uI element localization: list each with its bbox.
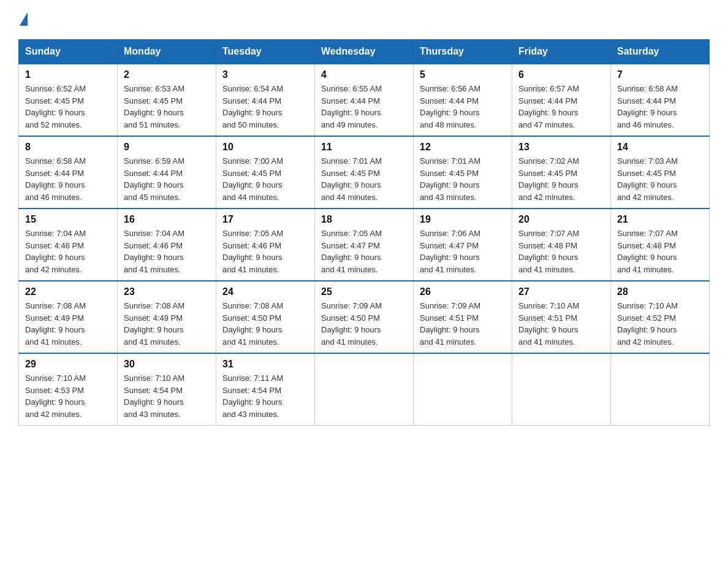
- day-cell-15: 15 Sunrise: 7:04 AM Sunset: 4:46 PM Dayl…: [19, 209, 118, 281]
- day-info: Sunrise: 7:05 AM Sunset: 4:46 PM Dayligh…: [222, 228, 308, 275]
- day-number: 3: [222, 69, 308, 80]
- day-number: 23: [124, 286, 210, 297]
- day-number: 1: [25, 69, 111, 80]
- day-number: 16: [124, 214, 210, 225]
- day-number: 12: [420, 142, 506, 153]
- day-number: 5: [420, 69, 506, 80]
- day-number: 17: [222, 214, 308, 225]
- day-cell-11: 11 Sunrise: 7:01 AM Sunset: 4:45 PM Dayl…: [315, 136, 414, 209]
- day-cell-21: 21 Sunrise: 7:07 AM Sunset: 4:48 PM Dayl…: [611, 209, 710, 281]
- day-number: 28: [617, 286, 703, 297]
- day-info: Sunrise: 7:02 AM Sunset: 4:45 PM Dayligh…: [518, 155, 604, 203]
- day-cell-1: 1 Sunrise: 6:52 AM Sunset: 4:45 PM Dayli…: [19, 64, 118, 136]
- day-cell-26: 26 Sunrise: 7:09 AM Sunset: 4:51 PM Dayl…: [414, 281, 512, 353]
- day-number: 11: [321, 142, 407, 153]
- day-cell-13: 13 Sunrise: 7:02 AM Sunset: 4:45 PM Dayl…: [512, 136, 611, 209]
- day-cell-27: 27 Sunrise: 7:10 AM Sunset: 4:51 PM Dayl…: [512, 281, 611, 353]
- day-info: Sunrise: 7:10 AM Sunset: 4:53 PM Dayligh…: [25, 372, 111, 420]
- day-cell-17: 17 Sunrise: 7:05 AM Sunset: 4:46 PM Dayl…: [216, 209, 315, 281]
- day-cell-3: 3 Sunrise: 6:54 AM Sunset: 4:44 PM Dayli…: [216, 64, 315, 136]
- logo: [18, 12, 28, 27]
- week-row-4: 22 Sunrise: 7:08 AM Sunset: 4:49 PM Dayl…: [19, 281, 710, 353]
- empty-cell: [414, 353, 512, 426]
- day-info: Sunrise: 7:04 AM Sunset: 4:46 PM Dayligh…: [25, 228, 111, 275]
- day-info: Sunrise: 7:01 AM Sunset: 4:45 PM Dayligh…: [321, 155, 407, 203]
- column-header-friday: Friday: [512, 40, 611, 64]
- day-number: 20: [518, 214, 604, 225]
- day-number: 4: [321, 69, 407, 80]
- day-info: Sunrise: 6:55 AM Sunset: 4:44 PM Dayligh…: [321, 83, 407, 131]
- day-number: 6: [518, 69, 604, 80]
- calendar-table: SundayMondayTuesdayWednesdayThursdayFrid…: [18, 39, 710, 426]
- day-cell-30: 30 Sunrise: 7:10 AM Sunset: 4:54 PM Dayl…: [118, 353, 216, 426]
- day-number: 31: [222, 359, 308, 370]
- week-row-5: 29 Sunrise: 7:10 AM Sunset: 4:53 PM Dayl…: [19, 353, 710, 426]
- day-info: Sunrise: 7:10 AM Sunset: 4:52 PM Dayligh…: [617, 300, 703, 348]
- week-row-3: 15 Sunrise: 7:04 AM Sunset: 4:46 PM Dayl…: [19, 209, 710, 281]
- empty-cell: [315, 353, 414, 426]
- day-info: Sunrise: 6:59 AM Sunset: 4:44 PM Dayligh…: [124, 155, 210, 203]
- day-cell-31: 31 Sunrise: 7:11 AM Sunset: 4:54 PM Dayl…: [216, 353, 315, 426]
- day-number: 24: [222, 286, 308, 297]
- day-info: Sunrise: 7:07 AM Sunset: 4:48 PM Dayligh…: [617, 228, 703, 275]
- day-info: Sunrise: 6:54 AM Sunset: 4:44 PM Dayligh…: [222, 83, 308, 131]
- day-info: Sunrise: 7:09 AM Sunset: 4:50 PM Dayligh…: [321, 300, 407, 348]
- day-number: 30: [124, 359, 210, 370]
- day-number: 15: [25, 214, 111, 225]
- day-info: Sunrise: 7:03 AM Sunset: 4:45 PM Dayligh…: [617, 155, 703, 203]
- day-cell-7: 7 Sunrise: 6:58 AM Sunset: 4:44 PM Dayli…: [611, 64, 710, 136]
- day-cell-14: 14 Sunrise: 7:03 AM Sunset: 4:45 PM Dayl…: [611, 136, 710, 209]
- day-cell-6: 6 Sunrise: 6:57 AM Sunset: 4:44 PM Dayli…: [512, 64, 611, 136]
- day-number: 9: [124, 142, 210, 153]
- day-info: Sunrise: 6:56 AM Sunset: 4:44 PM Dayligh…: [420, 83, 506, 131]
- day-cell-8: 8 Sunrise: 6:58 AM Sunset: 4:44 PM Dayli…: [19, 136, 118, 209]
- day-number: 13: [518, 142, 604, 153]
- day-cell-2: 2 Sunrise: 6:53 AM Sunset: 4:45 PM Dayli…: [118, 64, 216, 136]
- day-info: Sunrise: 7:09 AM Sunset: 4:51 PM Dayligh…: [420, 300, 506, 348]
- day-info: Sunrise: 7:10 AM Sunset: 4:51 PM Dayligh…: [518, 300, 604, 348]
- day-cell-5: 5 Sunrise: 6:56 AM Sunset: 4:44 PM Dayli…: [414, 64, 512, 136]
- day-info: Sunrise: 6:53 AM Sunset: 4:45 PM Dayligh…: [124, 83, 210, 131]
- day-info: Sunrise: 6:58 AM Sunset: 4:44 PM Dayligh…: [617, 83, 703, 131]
- day-number: 2: [124, 69, 210, 80]
- day-info: Sunrise: 7:07 AM Sunset: 4:48 PM Dayligh…: [518, 228, 604, 275]
- day-cell-28: 28 Sunrise: 7:10 AM Sunset: 4:52 PM Dayl…: [611, 281, 710, 353]
- page-header: [18, 12, 710, 27]
- day-info: Sunrise: 6:52 AM Sunset: 4:45 PM Dayligh…: [25, 83, 111, 131]
- day-cell-29: 29 Sunrise: 7:10 AM Sunset: 4:53 PM Dayl…: [19, 353, 118, 426]
- column-header-sunday: Sunday: [19, 40, 118, 64]
- day-cell-12: 12 Sunrise: 7:01 AM Sunset: 4:45 PM Dayl…: [414, 136, 512, 209]
- day-info: Sunrise: 7:05 AM Sunset: 4:47 PM Dayligh…: [321, 228, 407, 275]
- column-header-thursday: Thursday: [414, 40, 512, 64]
- day-number: 10: [222, 142, 308, 153]
- day-info: Sunrise: 6:57 AM Sunset: 4:44 PM Dayligh…: [518, 83, 604, 131]
- day-number: 25: [321, 286, 407, 297]
- day-info: Sunrise: 7:08 AM Sunset: 4:49 PM Dayligh…: [124, 300, 210, 348]
- week-row-2: 8 Sunrise: 6:58 AM Sunset: 4:44 PM Dayli…: [19, 136, 710, 209]
- day-info: Sunrise: 7:08 AM Sunset: 4:50 PM Dayligh…: [222, 300, 308, 348]
- day-cell-4: 4 Sunrise: 6:55 AM Sunset: 4:44 PM Dayli…: [315, 64, 414, 136]
- day-cell-25: 25 Sunrise: 7:09 AM Sunset: 4:50 PM Dayl…: [315, 281, 414, 353]
- day-info: Sunrise: 7:10 AM Sunset: 4:54 PM Dayligh…: [124, 372, 210, 420]
- column-header-monday: Monday: [118, 40, 216, 64]
- day-info: Sunrise: 7:11 AM Sunset: 4:54 PM Dayligh…: [222, 372, 308, 420]
- day-cell-16: 16 Sunrise: 7:04 AM Sunset: 4:46 PM Dayl…: [118, 209, 216, 281]
- day-cell-20: 20 Sunrise: 7:07 AM Sunset: 4:48 PM Dayl…: [512, 209, 611, 281]
- day-number: 7: [617, 69, 703, 80]
- day-info: Sunrise: 7:08 AM Sunset: 4:49 PM Dayligh…: [25, 300, 111, 348]
- day-cell-10: 10 Sunrise: 7:00 AM Sunset: 4:45 PM Dayl…: [216, 136, 315, 209]
- column-header-saturday: Saturday: [611, 40, 710, 64]
- day-cell-22: 22 Sunrise: 7:08 AM Sunset: 4:49 PM Dayl…: [19, 281, 118, 353]
- day-cell-9: 9 Sunrise: 6:59 AM Sunset: 4:44 PM Dayli…: [118, 136, 216, 209]
- day-number: 26: [420, 286, 506, 297]
- column-header-tuesday: Tuesday: [216, 40, 315, 64]
- day-info: Sunrise: 7:00 AM Sunset: 4:45 PM Dayligh…: [222, 155, 308, 203]
- week-row-1: 1 Sunrise: 6:52 AM Sunset: 4:45 PM Dayli…: [19, 64, 710, 136]
- day-info: Sunrise: 6:58 AM Sunset: 4:44 PM Dayligh…: [25, 155, 111, 203]
- day-number: 8: [25, 142, 111, 153]
- day-info: Sunrise: 7:01 AM Sunset: 4:45 PM Dayligh…: [420, 155, 506, 203]
- column-header-wednesday: Wednesday: [315, 40, 414, 64]
- day-cell-19: 19 Sunrise: 7:06 AM Sunset: 4:47 PM Dayl…: [414, 209, 512, 281]
- day-number: 29: [25, 359, 111, 370]
- day-info: Sunrise: 7:04 AM Sunset: 4:46 PM Dayligh…: [124, 228, 210, 275]
